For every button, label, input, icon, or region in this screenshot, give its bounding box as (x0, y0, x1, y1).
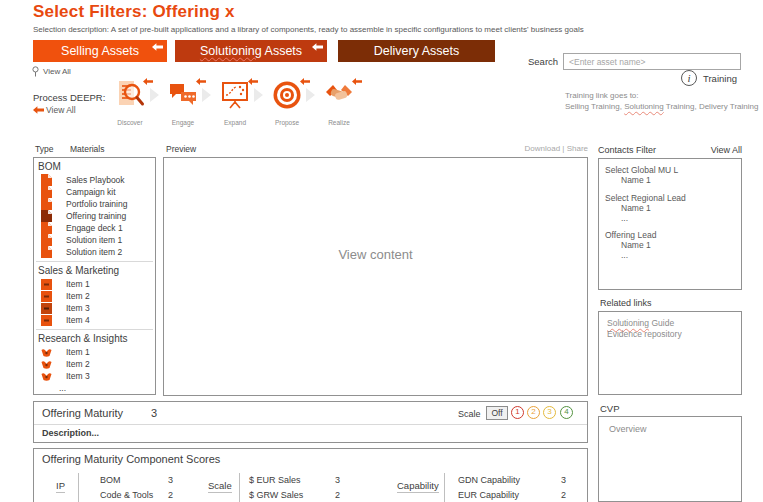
search-input[interactable] (563, 53, 741, 70)
contact-name[interactable]: Name 1 (621, 175, 741, 186)
material-item[interactable]: Item 4 (34, 314, 155, 326)
scale-level-1[interactable]: 1 (511, 406, 524, 419)
step-label: Engage (164, 119, 202, 126)
divider (78, 473, 79, 502)
info-icon: i (681, 70, 697, 86)
process-deepr-label: Process DEEPR: (33, 92, 105, 103)
contacts-filter-header: Contacts Filter View All (598, 145, 742, 155)
material-item[interactable]: ... (34, 382, 155, 394)
score-name: BOM (100, 475, 121, 485)
presentation-chart-icon (220, 80, 250, 110)
score-group-label: IP (56, 480, 65, 493)
arrow-left-icon (33, 106, 44, 114)
contacts-filter-panel: Select Global MU L Name 1 Select Regiona… (598, 158, 742, 290)
material-item[interactable]: Item 3 (34, 370, 155, 382)
materials-panel: BOM Sales Playbook Campaign kit Portfoli… (33, 157, 156, 395)
material-item[interactable]: Item 2 (34, 358, 155, 370)
scale-level-4[interactable]: 4 (560, 406, 573, 419)
contacts-view-all-link[interactable]: View All (711, 145, 742, 155)
process-step-realize[interactable]: Realize (320, 80, 358, 126)
score-value: 2 (168, 490, 173, 500)
material-item[interactable]: Campaign kit (34, 186, 155, 198)
step-label: Discover (111, 119, 149, 126)
process-step-engage[interactable]: Engage (164, 80, 202, 126)
scale-level-3[interactable]: 3 (543, 406, 556, 419)
tab-selling-assets[interactable]: Selling Assets (33, 40, 167, 62)
open-arrow-icon (300, 78, 310, 85)
document-icon (41, 210, 52, 222)
maturity-title: Offering Maturity (42, 407, 123, 419)
scale-label: Scale (458, 409, 481, 419)
contact-group: Select Regional Lead Name 1 ... (605, 193, 741, 223)
pin-icon (31, 66, 40, 77)
scale-level-2[interactable]: 2 (527, 406, 540, 419)
score-name: EUR Capability (458, 490, 519, 500)
training-note: Training link goes to: Selling Training,… (565, 90, 758, 112)
material-item[interactable]: Sales Playbook (34, 174, 155, 186)
process-step-expand[interactable]: Expand (216, 80, 254, 126)
material-item[interactable]: Item 3 (34, 302, 155, 314)
material-item[interactable]: Item 1 (34, 346, 155, 358)
contact-name[interactable]: Name 1 (621, 203, 741, 214)
tab-label: Solutioning (200, 44, 262, 58)
view-all-pinned-link[interactable]: View All (31, 66, 71, 77)
process-step-discover[interactable]: Discover (111, 80, 149, 126)
share-link[interactable]: Share (567, 144, 588, 153)
preview-actions: Download | Share (518, 144, 588, 153)
score-value: 3 (168, 475, 173, 485)
related-link[interactable]: Evidence repository (607, 329, 741, 340)
flow-chevron-icon (306, 88, 315, 102)
section-title: BOM (38, 161, 155, 172)
page-title: Select Filters: Offering x (33, 2, 235, 22)
document-icon (41, 246, 52, 258)
maturity-description: Description... (42, 428, 99, 438)
training-link[interactable]: i Training (681, 70, 737, 86)
score-value: 2 (335, 490, 340, 500)
material-item[interactable]: Item 2 (34, 290, 155, 302)
score-group-label: Capability (397, 480, 439, 493)
insights-icon (41, 348, 52, 357)
step-label: Expand (216, 119, 254, 126)
divider (444, 473, 445, 502)
document-icon (41, 234, 52, 246)
material-item[interactable]: Offering training (34, 210, 155, 222)
offering-maturity-panel: Offering Maturity 3 Scale Off 1 2 3 4 De… (33, 401, 588, 443)
material-item[interactable]: Solution item 1 (34, 234, 155, 246)
material-item[interactable]: Solution item 2 (34, 246, 155, 258)
process-view-all-link[interactable]: View All (33, 105, 76, 115)
material-item[interactable]: Item 1 (34, 278, 155, 290)
score-value: 2 (561, 490, 566, 500)
page-description: Selection description: A set of pre-buil… (33, 25, 584, 34)
score-name: Code & Tools (100, 490, 153, 500)
scale-off-button[interactable]: Off (486, 406, 508, 420)
open-arrow-icon (312, 43, 323, 51)
related-link[interactable]: Solutioning Guide (607, 318, 741, 329)
contact-group: Offering Lead Name 1 ... (605, 230, 741, 260)
box-icon (41, 315, 52, 326)
component-scores-title: Offering Maturity Component Scores (42, 453, 220, 465)
target-icon (272, 80, 302, 110)
search-label: Search (528, 56, 558, 67)
document-icon (41, 198, 52, 210)
preview-pane: View content (163, 157, 588, 396)
tab-label: Delivery Assets (374, 44, 459, 58)
tab-label: Selling Assets (61, 44, 139, 58)
flow-chevron-icon (254, 88, 263, 102)
cvp-content: Overview (609, 424, 741, 434)
material-item[interactable]: Engage deck 1 (34, 222, 155, 234)
column-header-materials: Materials (70, 144, 104, 154)
download-link[interactable]: Download (525, 144, 561, 153)
material-item[interactable]: Portfolio training (34, 198, 155, 210)
process-step-propose[interactable]: Propose (268, 80, 306, 126)
step-label: Propose (268, 119, 306, 126)
flow-chevron-icon (150, 88, 159, 102)
tab-solutioning-assets[interactable]: Solutioning Assets (175, 40, 327, 62)
divider (36, 329, 153, 330)
section-title: Sales & Marketing (38, 265, 155, 276)
asset-filter-page: Select Filters: Offering x Selection des… (0, 0, 763, 502)
score-group-label: Scale (208, 480, 232, 493)
open-arrow-icon (248, 78, 258, 85)
divider (36, 261, 153, 262)
contact-name[interactable]: Name 1 (621, 240, 741, 251)
tab-delivery-assets[interactable]: Delivery Assets (338, 40, 495, 62)
